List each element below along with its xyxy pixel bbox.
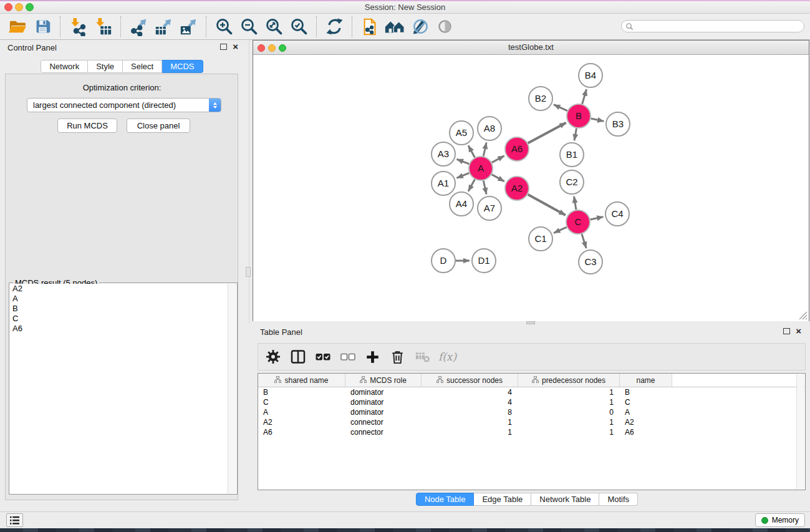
table-cell[interactable]: A <box>620 407 672 417</box>
column-header-successor-nodes[interactable]: successor nodes <box>422 374 518 387</box>
apply-layout-icon[interactable] <box>323 16 345 38</box>
table-cell[interactable]: 1 <box>518 417 620 427</box>
table-cell[interactable]: 1 <box>422 417 518 427</box>
table-cell[interactable]: C <box>620 397 672 407</box>
network-canvas[interactable]: AA1A2A3A4A5A6A7A8BB1B2B3B4CC1C2C3C4DD1 <box>253 55 809 321</box>
delete-columns-icon[interactable] <box>389 349 406 365</box>
task-history-button[interactable] <box>6 513 23 527</box>
table-cell[interactable]: 8 <box>422 407 518 417</box>
edge-C-C1[interactable] <box>554 227 567 233</box>
import-table-icon[interactable] <box>92 16 114 38</box>
edge-B-B2[interactable] <box>554 105 567 111</box>
memory-button[interactable]: Memory <box>755 513 805 527</box>
export-network-icon[interactable] <box>127 16 150 38</box>
float-table-panel-icon[interactable] <box>783 328 790 334</box>
edge-A6-B[interactable] <box>528 123 566 143</box>
close-panel-button[interactable]: Close panel <box>127 118 190 133</box>
graph-node-A8[interactable]: A8 <box>478 117 501 140</box>
graph-node-B1[interactable]: B1 <box>560 143 584 167</box>
result-list-item[interactable]: A2 <box>10 284 228 294</box>
graph-node-C4[interactable]: C4 <box>605 202 629 226</box>
table-cell[interactable]: dominator <box>345 387 422 397</box>
attribute-settings-gear-icon[interactable] <box>264 349 281 365</box>
table-cell[interactable]: 1 <box>422 427 518 437</box>
minimize-window-button[interactable] <box>15 3 23 11</box>
graph-node-A5[interactable]: A5 <box>450 121 473 145</box>
table-cell[interactable]: C <box>258 397 345 407</box>
edge-A-A2[interactable] <box>492 175 504 181</box>
table-cell[interactable]: A6 <box>258 427 345 437</box>
graph-node-C3[interactable]: C3 <box>579 250 602 274</box>
table-cell[interactable]: 0 <box>518 407 620 417</box>
edge-A-A1[interactable] <box>456 173 469 178</box>
graph-node-B3[interactable]: B3 <box>606 112 630 136</box>
table-row[interactable]: Bdominator41B <box>258 387 805 397</box>
float-panel-icon[interactable] <box>220 44 227 50</box>
graph-node-B2[interactable]: B2 <box>529 87 552 110</box>
zoom-selected-icon[interactable] <box>287 16 310 38</box>
edge-C-C4[interactable] <box>591 217 604 220</box>
tab-edge-table[interactable]: Edge Table <box>474 493 531 506</box>
edge-B-B3[interactable] <box>591 118 604 121</box>
graph-node-A[interactable]: A <box>469 157 493 180</box>
zoom-out-icon[interactable] <box>238 16 260 38</box>
close-table-panel-icon[interactable]: × <box>796 328 801 334</box>
table-cell[interactable]: 1 <box>518 387 620 397</box>
tab-network[interactable]: Network <box>41 60 88 73</box>
tab-node-table[interactable]: Node Table <box>416 493 475 506</box>
tab-motifs[interactable]: Motifs <box>599 493 638 506</box>
graph-node-A2[interactable]: A2 <box>505 177 529 200</box>
edge-C-C2[interactable] <box>574 196 576 210</box>
save-session-icon[interactable] <box>31 16 54 38</box>
network-zoom-button[interactable] <box>279 44 286 52</box>
edge-A-A5[interactable] <box>468 145 475 157</box>
create-column-icon[interactable] <box>364 349 381 365</box>
edge-A-A7[interactable] <box>483 181 486 195</box>
table-row[interactable]: A6connector11A6 <box>258 427 805 437</box>
table-cell[interactable]: A <box>258 407 345 417</box>
table-cell[interactable]: 1 <box>518 427 620 437</box>
result-scrollbar[interactable] <box>228 284 236 493</box>
table-cell[interactable]: dominator <box>345 397 422 407</box>
zoom-fit-icon[interactable] <box>263 16 285 38</box>
edge-A2-C[interactable] <box>528 195 566 215</box>
tab-network-table[interactable]: Network Table <box>531 493 599 506</box>
deselect-all-rows-icon[interactable] <box>339 349 356 365</box>
clone-network-icon[interactable] <box>359 16 381 38</box>
graph-node-A7[interactable]: A7 <box>478 196 501 220</box>
table-cell[interactable]: B <box>620 387 672 397</box>
zoom-in-icon[interactable] <box>213 16 235 38</box>
table-cell[interactable]: 4 <box>422 397 518 407</box>
select-all-rows-icon[interactable] <box>314 349 331 365</box>
network-close-button[interactable] <box>258 44 265 52</box>
function-builder-icon[interactable]: f(x) <box>439 349 456 365</box>
tab-select[interactable]: Select <box>123 60 162 73</box>
resize-grip-icon[interactable] <box>797 309 808 320</box>
graph-node-A1[interactable]: A1 <box>432 172 455 195</box>
table-cell[interactable]: B <box>258 387 345 397</box>
import-network-icon[interactable] <box>67 16 89 38</box>
tab-style[interactable]: Style <box>88 60 123 73</box>
table-cell[interactable]: connector <box>345 427 422 437</box>
result-list-item[interactable]: C <box>10 314 228 324</box>
edge-C-C3[interactable] <box>582 234 586 248</box>
graph-node-C2[interactable]: C2 <box>560 170 584 194</box>
open-ndex-icon[interactable] <box>383 16 406 38</box>
table-row[interactable]: Adominator80A <box>258 407 805 417</box>
table-cell[interactable]: connector <box>345 417 422 427</box>
table-row[interactable]: Cdominator41C <box>258 397 805 407</box>
hide-graphics-details-icon[interactable] <box>408 16 431 38</box>
vertical-splitter-grip[interactable] <box>246 267 251 277</box>
criterion-select[interactable]: largest connected component (directed) <box>27 98 221 112</box>
edge-A-A4[interactable] <box>468 180 475 191</box>
graph-node-C[interactable]: C <box>566 210 590 234</box>
delete-table-icon[interactable] <box>414 349 431 365</box>
network-minimize-button[interactable] <box>268 44 276 52</box>
result-list-item[interactable]: A6 <box>10 324 228 334</box>
graph-node-B4[interactable]: B4 <box>579 64 602 87</box>
column-header-predecessor-nodes[interactable]: predecessor nodes <box>518 374 620 387</box>
table-cell[interactable]: A2 <box>620 417 672 427</box>
search-input[interactable] <box>634 21 804 31</box>
close-window-button[interactable] <box>4 3 12 11</box>
open-session-icon[interactable] <box>6 16 29 38</box>
